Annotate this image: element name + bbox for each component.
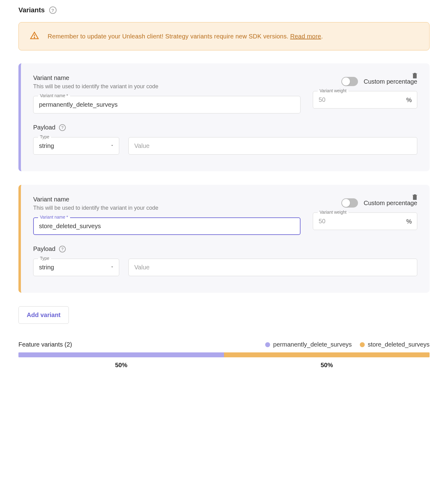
feature-variants-title: Feature variants (2) xyxy=(18,341,72,348)
warning-text-suffix: . xyxy=(321,33,323,40)
legend-dot-icon xyxy=(265,342,270,347)
percent-symbol: % xyxy=(406,218,412,225)
type-field-label: Type xyxy=(38,134,51,139)
payload-value-input[interactable] xyxy=(128,137,417,155)
legend-item: permanently_delete_surveys xyxy=(265,341,352,348)
custom-percentage-toggle[interactable] xyxy=(341,198,358,208)
variant-card: Variant name This will be used to identi… xyxy=(18,185,430,293)
help-icon[interactable]: ? xyxy=(59,246,66,252)
custom-percentage-label: Custom percentage xyxy=(364,200,417,207)
distribution-bar-segment xyxy=(224,352,430,357)
variant-name-sublabel: This will be used to identify the varian… xyxy=(33,205,301,211)
warning-icon xyxy=(30,31,39,42)
variant-name-input[interactable] xyxy=(33,217,301,235)
trash-icon[interactable] xyxy=(411,71,419,81)
payload-label: Payload xyxy=(33,245,55,252)
feature-variants-legend: Feature variants (2) permanently_delete_… xyxy=(18,341,430,348)
read-more-link[interactable]: Read more xyxy=(290,33,321,40)
legend-item-label: store_deleted_surveys xyxy=(368,341,430,348)
section-header: Variants ? xyxy=(18,6,430,14)
variant-name-label: Variant name xyxy=(33,196,301,203)
payload-type-select[interactable] xyxy=(33,137,119,155)
distribution-bar xyxy=(18,352,430,357)
variant-name-sublabel: This will be used to identify the varian… xyxy=(33,83,301,90)
variant-weight-field-label: Variant weight xyxy=(318,88,348,93)
help-icon[interactable]: ? xyxy=(59,124,66,131)
legend-item-label: permanently_delete_surveys xyxy=(273,341,352,348)
svg-point-1 xyxy=(34,37,35,38)
legend-item: store_deleted_surveys xyxy=(360,341,430,348)
custom-percentage-toggle[interactable] xyxy=(341,77,358,86)
trash-icon[interactable] xyxy=(411,193,419,202)
payload-type-select[interactable] xyxy=(33,259,119,276)
add-variant-button[interactable]: Add variant xyxy=(18,306,69,324)
distribution-bar-segment xyxy=(18,352,224,357)
help-icon[interactable]: ? xyxy=(49,6,57,14)
variant-name-input[interactable] xyxy=(33,96,301,113)
distribution-percent-label: 50% xyxy=(224,362,430,369)
percent-symbol: % xyxy=(406,96,412,103)
legend-dot-icon xyxy=(360,342,365,347)
warning-text: Remember to update your Unleash client! … xyxy=(48,33,323,40)
payload-value-input[interactable] xyxy=(128,259,417,276)
payload-label: Payload xyxy=(33,124,55,131)
variant-name-field-label: Variant name * xyxy=(38,93,70,98)
warning-banner: Remember to update your Unleash client! … xyxy=(18,22,430,50)
variant-weight-input xyxy=(313,212,417,230)
variant-weight-field-label: Variant weight xyxy=(318,210,348,215)
warning-text-prefix: Remember to update your Unleash client! … xyxy=(48,33,290,40)
page-title: Variants xyxy=(18,6,45,14)
variant-card: Variant name This will be used to identi… xyxy=(18,63,430,171)
variant-name-field-label: Variant name * xyxy=(38,215,70,220)
variant-weight-input xyxy=(313,91,417,109)
type-field-label: Type xyxy=(38,256,51,261)
custom-percentage-label: Custom percentage xyxy=(364,78,417,85)
distribution-bar-labels: 50% 50% xyxy=(18,362,430,369)
variant-name-label: Variant name xyxy=(33,74,301,81)
distribution-percent-label: 50% xyxy=(18,362,224,369)
